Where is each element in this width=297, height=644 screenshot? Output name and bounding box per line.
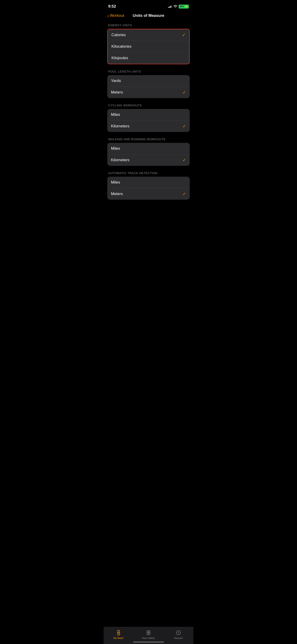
list-item-label: Kilocalories <box>112 44 132 49</box>
signal-icon <box>168 5 172 8</box>
list-item-label: Kilometers <box>111 158 130 162</box>
battery-icon: 97+ ⚡ <box>179 4 189 8</box>
list-item[interactable]: Miles <box>107 143 190 154</box>
list-group-pool-length-units: YardsMeters✓ <box>107 75 190 98</box>
list-item[interactable]: Miles <box>107 177 190 188</box>
list-group-automatic-track-detection: MilesMeters✓ <box>107 177 190 200</box>
section-label-cycling-workouts: CYCLING WORKOUTS <box>107 104 190 107</box>
section-label-energy-units: ENERGY UNITS <box>107 24 190 27</box>
list-item-label: Yards <box>111 78 121 83</box>
list-item[interactable]: Kilometers✓ <box>107 154 190 166</box>
wifi-icon <box>174 5 177 8</box>
checkmark-icon: ✓ <box>182 192 186 196</box>
chevron-left-icon: ‹ <box>107 13 109 18</box>
section-cycling-workouts: CYCLING WORKOUTSMilesKilometers✓ <box>107 104 190 132</box>
list-item-label: Calories <box>112 33 126 37</box>
section-label-automatic-track-detection: AUTOMATIC TRACK DETECTION <box>107 171 190 175</box>
section-label-pool-length-units: POOL LENGTH UNITS <box>107 70 190 73</box>
list-item[interactable]: Calories✓ <box>108 29 189 41</box>
list-item[interactable]: Meters✓ <box>107 86 190 98</box>
checkmark-icon: ✓ <box>182 32 186 38</box>
content-area: ENERGY UNITSCalories✓KilocaloriesKilojou… <box>104 22 194 226</box>
list-item[interactable]: Miles <box>107 109 190 120</box>
status-time: 9:52 <box>108 4 116 9</box>
list-group-energy-units: Calories✓KilocaloriesKilojoules <box>107 29 190 64</box>
list-item[interactable]: Kilometers✓ <box>107 120 190 132</box>
list-group-walking-running-workouts: MilesKilometers✓ <box>107 143 190 166</box>
list-item-label: Miles <box>111 112 120 117</box>
section-energy-units: ENERGY UNITSCalories✓KilocaloriesKilojou… <box>107 24 190 64</box>
checkmark-icon: ✓ <box>182 124 186 129</box>
section-label-walking-running-workouts: WALKING AND RUNNING WORKOUTS <box>107 138 190 141</box>
list-item-label: Meters <box>111 90 123 95</box>
list-item-label: Kilojoules <box>112 56 128 60</box>
section-walking-running-workouts: WALKING AND RUNNING WORKOUTSMilesKilomet… <box>107 138 190 166</box>
list-item-label: Meters <box>111 192 123 196</box>
list-item[interactable]: Yards <box>107 75 190 86</box>
section-automatic-track-detection: AUTOMATIC TRACK DETECTIONMilesMeters✓ <box>107 171 190 200</box>
checkmark-icon: ✓ <box>182 90 186 95</box>
nav-header: ‹ Workout Units of Measure <box>104 12 194 22</box>
list-item-label: Kilometers <box>111 124 130 128</box>
list-item-label: Miles <box>111 146 120 151</box>
list-item[interactable]: Kilojoules <box>108 52 189 64</box>
checkmark-icon: ✓ <box>182 158 186 162</box>
list-item[interactable]: Meters✓ <box>107 188 190 200</box>
back-button[interactable]: ‹ Workout <box>107 13 124 18</box>
list-group-cycling-workouts: MilesKilometers✓ <box>107 109 190 132</box>
list-item-label: Miles <box>111 180 120 185</box>
status-bar: 9:52 97+ ⚡ <box>104 0 194 12</box>
page-title: Units of Measure <box>133 13 164 18</box>
list-item[interactable]: Kilocalories <box>108 41 189 52</box>
section-pool-length-units: POOL LENGTH UNITSYardsMeters✓ <box>107 70 190 98</box>
back-label: Workout <box>110 13 124 18</box>
status-icons: 97+ ⚡ <box>168 4 189 8</box>
